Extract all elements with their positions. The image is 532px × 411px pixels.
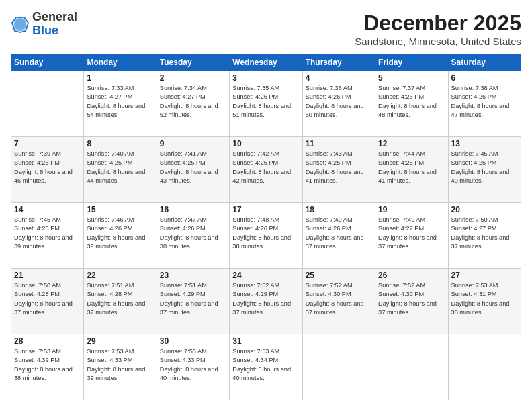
day-number: 13 <box>451 139 518 148</box>
day-number: 14 <box>14 205 81 214</box>
calendar-cell: 14Sunrise: 7:46 AMSunset: 4:25 PMDayligh… <box>11 203 84 269</box>
day-info: Sunrise: 7:49 AMSunset: 4:27 PMDaylight:… <box>378 216 445 251</box>
day-number: 29 <box>87 336 153 346</box>
logo-text: General Blue <box>32 11 77 38</box>
main-title: December 2025 <box>355 11 521 36</box>
calendar-week-3: 14Sunrise: 7:46 AMSunset: 4:25 PMDayligh… <box>11 203 521 269</box>
day-number: 6 <box>451 73 518 83</box>
calendar-cell: 8Sunrise: 7:40 AMSunset: 4:25 PMDaylight… <box>84 137 157 203</box>
day-info: Sunrise: 7:38 AMSunset: 4:26 PMDaylight:… <box>451 84 518 120</box>
day-info: Sunrise: 7:52 AMSunset: 4:29 PMDaylight:… <box>232 281 299 317</box>
day-info: Sunrise: 7:52 AMSunset: 4:30 PMDaylight:… <box>306 281 372 317</box>
day-number: 23 <box>160 271 226 280</box>
calendar-cell: 3Sunrise: 7:35 AMSunset: 4:26 PMDaylight… <box>230 71 302 137</box>
day-info: Sunrise: 7:43 AMSunset: 4:25 PMDaylight:… <box>306 150 372 185</box>
calendar-cell <box>375 334 448 400</box>
calendar-cell: 15Sunrise: 7:46 AMSunset: 4:26 PMDayligh… <box>84 203 157 269</box>
calendar-cell: 21Sunrise: 7:50 AMSunset: 4:28 PMDayligh… <box>11 269 84 334</box>
day-number: 17 <box>232 205 299 214</box>
calendar-cell <box>448 334 521 400</box>
calendar-cell: 7Sunrise: 7:39 AMSunset: 4:25 PMDaylight… <box>11 137 84 203</box>
calendar-cell: 22Sunrise: 7:51 AMSunset: 4:28 PMDayligh… <box>84 269 157 334</box>
day-info: Sunrise: 7:51 AMSunset: 4:29 PMDaylight:… <box>160 281 226 317</box>
day-info: Sunrise: 7:53 AMSunset: 4:33 PMDaylight:… <box>87 347 153 383</box>
header: General Blue December 2025 Sandstone, Mi… <box>11 11 521 47</box>
calendar-cell: 30Sunrise: 7:53 AMSunset: 4:33 PMDayligh… <box>157 334 229 400</box>
day-info: Sunrise: 7:42 AMSunset: 4:25 PMDaylight:… <box>232 150 299 185</box>
day-info: Sunrise: 7:33 AMSunset: 4:27 PMDaylight:… <box>87 84 153 120</box>
calendar-cell: 2Sunrise: 7:34 AMSunset: 4:27 PMDaylight… <box>157 71 229 137</box>
day-info: Sunrise: 7:41 AMSunset: 4:25 PMDaylight:… <box>160 150 226 185</box>
day-info: Sunrise: 7:44 AMSunset: 4:25 PMDaylight:… <box>378 150 445 185</box>
calendar-cell: 25Sunrise: 7:52 AMSunset: 4:30 PMDayligh… <box>302 269 375 334</box>
day-info: Sunrise: 7:53 AMSunset: 4:31 PMDaylight:… <box>451 281 518 317</box>
calendar-cell: 12Sunrise: 7:44 AMSunset: 4:25 PMDayligh… <box>375 137 448 203</box>
day-number: 20 <box>451 205 518 214</box>
day-info: Sunrise: 7:46 AMSunset: 4:26 PMDaylight:… <box>87 216 153 251</box>
calendar-cell <box>302 334 375 400</box>
calendar-table: SundayMondayTuesdayWednesdayThursdayFrid… <box>11 54 521 400</box>
calendar-header-thursday: Thursday <box>302 54 375 71</box>
day-number: 21 <box>14 271 81 280</box>
day-number: 4 <box>306 73 372 83</box>
calendar-cell: 23Sunrise: 7:51 AMSunset: 4:29 PMDayligh… <box>157 269 229 334</box>
calendar-header-saturday: Saturday <box>448 54 521 71</box>
calendar-cell: 11Sunrise: 7:43 AMSunset: 4:25 PMDayligh… <box>302 137 375 203</box>
day-info: Sunrise: 7:51 AMSunset: 4:28 PMDaylight:… <box>87 281 153 317</box>
calendar-cell: 17Sunrise: 7:48 AMSunset: 4:26 PMDayligh… <box>230 203 302 269</box>
day-number: 31 <box>232 336 299 346</box>
day-info: Sunrise: 7:53 AMSunset: 4:32 PMDaylight:… <box>14 347 81 383</box>
page: General Blue December 2025 Sandstone, Mi… <box>0 0 532 411</box>
day-number: 5 <box>378 73 445 83</box>
logo-blue: Blue <box>32 24 77 38</box>
day-number: 8 <box>87 139 153 148</box>
calendar-week-4: 21Sunrise: 7:50 AMSunset: 4:28 PMDayligh… <box>11 269 521 334</box>
calendar-week-5: 28Sunrise: 7:53 AMSunset: 4:32 PMDayligh… <box>11 334 521 400</box>
day-info: Sunrise: 7:34 AMSunset: 4:27 PMDaylight:… <box>160 84 226 120</box>
day-info: Sunrise: 7:50 AMSunset: 4:28 PMDaylight:… <box>14 281 81 317</box>
day-number: 22 <box>87 271 153 280</box>
calendar-cell: 18Sunrise: 7:49 AMSunset: 4:26 PMDayligh… <box>302 203 375 269</box>
day-number: 2 <box>160 73 226 83</box>
logo: General Blue <box>11 11 77 38</box>
calendar-cell: 31Sunrise: 7:53 AMSunset: 4:34 PMDayligh… <box>230 334 302 400</box>
day-info: Sunrise: 7:36 AMSunset: 4:26 PMDaylight:… <box>306 84 372 120</box>
day-number: 10 <box>232 139 299 148</box>
day-number: 7 <box>14 139 81 148</box>
calendar-header-monday: Monday <box>84 54 157 71</box>
calendar-header-friday: Friday <box>375 54 448 71</box>
day-info: Sunrise: 7:40 AMSunset: 4:25 PMDaylight:… <box>87 150 153 185</box>
calendar-cell: 28Sunrise: 7:53 AMSunset: 4:32 PMDayligh… <box>11 334 84 400</box>
calendar-cell: 4Sunrise: 7:36 AMSunset: 4:26 PMDaylight… <box>302 71 375 137</box>
calendar-cell: 29Sunrise: 7:53 AMSunset: 4:33 PMDayligh… <box>84 334 157 400</box>
calendar-cell: 19Sunrise: 7:49 AMSunset: 4:27 PMDayligh… <box>375 203 448 269</box>
day-info: Sunrise: 7:45 AMSunset: 4:25 PMDaylight:… <box>451 150 518 185</box>
day-info: Sunrise: 7:50 AMSunset: 4:27 PMDaylight:… <box>451 216 518 251</box>
calendar-header-tuesday: Tuesday <box>157 54 229 71</box>
calendar-week-1: 1Sunrise: 7:33 AMSunset: 4:27 PMDaylight… <box>11 71 521 137</box>
day-info: Sunrise: 7:48 AMSunset: 4:26 PMDaylight:… <box>232 216 299 251</box>
calendar-cell: 16Sunrise: 7:47 AMSunset: 4:26 PMDayligh… <box>157 203 229 269</box>
day-number: 30 <box>160 336 226 346</box>
day-number: 16 <box>160 205 226 214</box>
calendar-cell <box>11 71 84 137</box>
day-number: 27 <box>451 271 518 280</box>
day-info: Sunrise: 7:47 AMSunset: 4:26 PMDaylight:… <box>160 216 226 251</box>
day-number: 3 <box>232 73 299 83</box>
day-number: 12 <box>378 139 445 148</box>
calendar-cell: 1Sunrise: 7:33 AMSunset: 4:27 PMDaylight… <box>84 71 157 137</box>
calendar-cell: 5Sunrise: 7:37 AMSunset: 4:26 PMDaylight… <box>375 71 448 137</box>
day-info: Sunrise: 7:49 AMSunset: 4:26 PMDaylight:… <box>306 216 372 251</box>
day-info: Sunrise: 7:46 AMSunset: 4:25 PMDaylight:… <box>14 216 81 251</box>
day-number: 19 <box>378 205 445 214</box>
calendar-cell: 13Sunrise: 7:45 AMSunset: 4:25 PMDayligh… <box>448 137 521 203</box>
calendar-week-2: 7Sunrise: 7:39 AMSunset: 4:25 PMDaylight… <box>11 137 521 203</box>
sub-title: Sandstone, Minnesota, United States <box>355 36 521 47</box>
day-number: 18 <box>306 205 372 214</box>
day-number: 25 <box>306 271 372 280</box>
calendar-cell: 6Sunrise: 7:38 AMSunset: 4:26 PMDaylight… <box>448 71 521 137</box>
calendar-cell: 24Sunrise: 7:52 AMSunset: 4:29 PMDayligh… <box>230 269 302 334</box>
day-number: 11 <box>306 139 372 148</box>
day-number: 9 <box>160 139 226 148</box>
title-block: December 2025 Sandstone, Minnesota, Unit… <box>355 11 521 47</box>
